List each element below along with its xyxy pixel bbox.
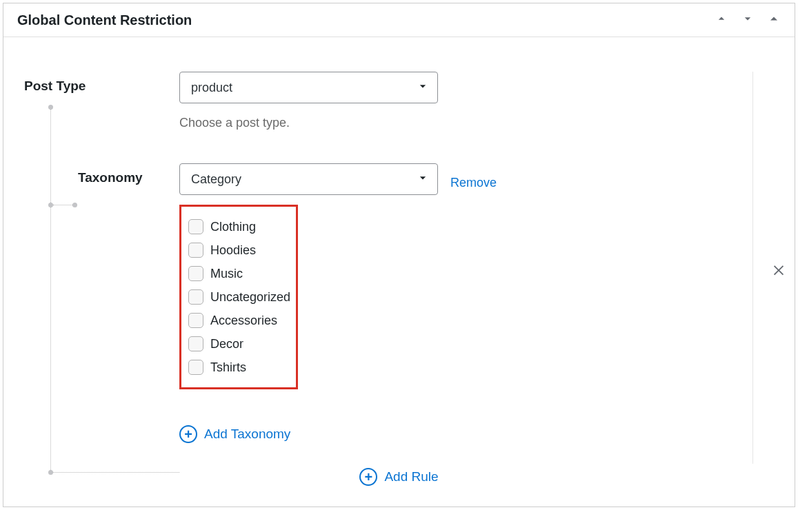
checkbox-icon[interactable]	[188, 219, 203, 234]
term-checkbox-row[interactable]: Clothing	[188, 215, 289, 238]
checkbox-icon[interactable]	[188, 266, 203, 281]
panel-body: Post Type product Choose a post type.	[3, 37, 795, 507]
panel-header: Global Content Restriction	[3, 3, 795, 37]
term-checkbox-row[interactable]: Decor	[188, 332, 289, 356]
taxonomy-row: Taxonomy Category Remove	[24, 163, 732, 443]
post-type-select[interactable]: product	[179, 72, 438, 103]
post-type-label-col: Post Type	[24, 72, 179, 94]
plus-icon: +	[359, 468, 377, 486]
taxonomy-value: Category	[191, 172, 241, 187]
plus-icon: +	[179, 425, 197, 443]
checkbox-icon[interactable]	[188, 289, 203, 305]
taxonomy-terms-group: Clothing Hoodies Music Uncategorize	[179, 205, 298, 389]
taxonomy-label: Taxonomy	[78, 170, 179, 185]
tree-line	[53, 472, 179, 473]
collapse-icon[interactable]	[767, 12, 781, 28]
add-rule-label: Add Rule	[384, 469, 438, 484]
post-type-helper: Choose a post type.	[179, 116, 438, 130]
checkbox-icon[interactable]	[188, 336, 203, 351]
post-type-value: product	[191, 81, 232, 95]
move-up-icon[interactable]	[715, 12, 728, 28]
checkbox-icon[interactable]	[188, 313, 203, 328]
term-checkbox-row[interactable]: Uncategorized	[188, 285, 289, 309]
add-rule-button[interactable]: + Add Rule	[24, 468, 774, 486]
remove-taxonomy-link[interactable]: Remove	[450, 169, 497, 190]
term-label: Uncategorized	[210, 290, 290, 305]
term-checkbox-row[interactable]: Hoodies	[188, 238, 289, 262]
add-taxonomy-label: Add Taxonomy	[204, 427, 290, 442]
term-checkbox-row[interactable]: Tshirts	[188, 356, 289, 379]
add-taxonomy-button[interactable]: + Add Taxonomy	[179, 425, 497, 443]
term-label: Decor	[210, 337, 243, 351]
term-label: Accessories	[210, 314, 277, 328]
term-label: Tshirts	[210, 360, 246, 375]
term-checkbox-row[interactable]: Music	[188, 262, 289, 285]
tree-node-dot	[48, 470, 53, 475]
taxonomy-label-col: Taxonomy	[24, 163, 179, 185]
post-type-control: product Choose a post type.	[179, 72, 438, 130]
term-checkbox-row[interactable]: Accessories	[188, 309, 289, 332]
remove-rule-button[interactable]	[771, 262, 786, 280]
panel-title: Global Content Restriction	[17, 12, 192, 28]
post-type-label: Post Type	[24, 79, 179, 94]
checkbox-icon[interactable]	[188, 243, 203, 258]
taxonomy-control: Category Remove Clothing	[179, 163, 497, 443]
term-label: Hoodies	[210, 243, 256, 258]
checkbox-icon[interactable]	[188, 360, 203, 375]
move-down-icon[interactable]	[741, 12, 755, 28]
post-type-row: Post Type product Choose a post type.	[24, 72, 732, 130]
term-label: Music	[210, 267, 243, 281]
term-label: Clothing	[210, 220, 256, 234]
taxonomy-select[interactable]: Category	[179, 163, 438, 195]
panel-controls	[715, 12, 781, 28]
restriction-panel: Global Content Restriction	[3, 3, 795, 507]
rule-container: Post Type product Choose a post type.	[24, 72, 753, 464]
